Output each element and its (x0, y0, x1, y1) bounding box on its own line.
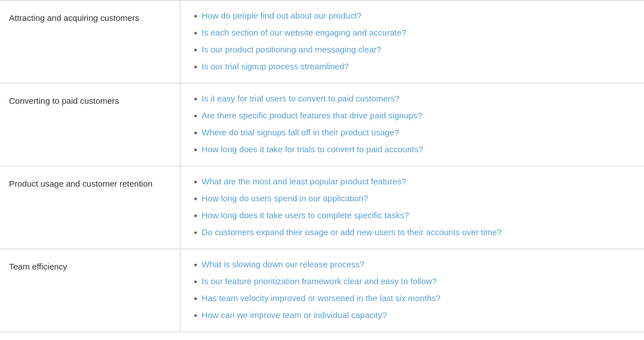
list-item: •Is our product positioning and messagin… (194, 43, 630, 57)
table-row: Attracting and acquiring customers•How d… (0, 0, 644, 83)
list-item: •How long does it take users to complete… (194, 209, 630, 223)
category-cell: Converting to paid customers (0, 83, 180, 166)
bullet-icon: • (194, 275, 197, 289)
question-text: What are the most and least popular prod… (202, 175, 407, 188)
question-text: How do people find out about our product… (202, 10, 362, 23)
bullet-icon: • (194, 175, 197, 189)
question-text: Has team velocity improved or worsened i… (202, 292, 441, 305)
question-text: How can we improve team or individual ca… (202, 309, 387, 322)
question-text: Where do trial signups fall off in their… (202, 126, 399, 139)
list-item: •How do people find out about our produc… (194, 10, 630, 23)
bullet-icon: • (194, 292, 197, 306)
questions-list: •What is slowing down our release proces… (194, 258, 630, 323)
questions-list: •What are the most and least popular pro… (194, 175, 630, 240)
bullet-icon: • (194, 192, 197, 206)
category-cell: Attracting and acquiring customers (0, 1, 180, 83)
question-text: Do customers expand their usage or add n… (202, 226, 502, 239)
question-text: What is slowing down our release process… (202, 258, 364, 271)
list-item: •Where do trial signups fall off in thei… (194, 126, 630, 140)
question-text: Is our product positioning and messaging… (202, 43, 382, 56)
questions-cell: •Is it easy for trial users to convert t… (180, 83, 644, 166)
bullet-icon: • (194, 43, 197, 57)
list-item: •How long do users spend in our applicat… (194, 192, 630, 206)
question-text: Are there specific product features that… (202, 109, 422, 122)
question-text: Is each section of our website engaging … (202, 27, 407, 39)
table-row: Converting to paid customers•Is it easy … (0, 83, 644, 166)
bullet-icon: • (194, 10, 197, 23)
list-item: •Are there specific product features tha… (194, 109, 630, 123)
bullet-icon: • (194, 109, 197, 123)
question-text: Is our trial signup process streamlined? (202, 60, 349, 73)
list-item: •Has team velocity improved or worsened … (194, 292, 630, 306)
bullet-icon: • (194, 209, 197, 223)
list-item: •How long does it take for trials to con… (194, 143, 630, 157)
list-item: •Do customers expand their usage or add … (194, 226, 630, 240)
questions-list: •How do people find out about our produc… (194, 10, 630, 74)
bullet-icon: • (194, 27, 197, 40)
list-item: •Is our trial signup process streamlined… (194, 60, 630, 74)
list-item: •Is our feature prioritization framework… (194, 275, 630, 289)
list-item: •What are the most and least popular pro… (194, 175, 630, 189)
bullet-icon: • (194, 143, 197, 157)
question-text: How long does it take for trials to conv… (202, 143, 424, 156)
category-cell: Product usage and customer retention (0, 166, 180, 249)
category-cell: Team efficiency (0, 249, 180, 332)
table-row: Product usage and customer retention•Wha… (0, 166, 644, 249)
list-item: •Is each section of our website engaging… (194, 27, 630, 40)
question-text: Is it easy for trial users to convert to… (202, 92, 400, 105)
question-text: Is our feature prioritization framework … (202, 275, 437, 288)
bullet-icon: • (194, 60, 197, 74)
question-text: How long does it take users to complete … (202, 209, 409, 222)
bullet-icon: • (194, 226, 197, 240)
questions-list: •Is it easy for trial users to convert t… (194, 92, 630, 157)
list-item: •How can we improve team or individual c… (194, 309, 630, 323)
bullet-icon: • (194, 126, 197, 140)
bullet-icon: • (194, 92, 197, 106)
bullet-icon: • (194, 258, 197, 272)
questions-cell: •What is slowing down our release proces… (180, 249, 644, 332)
list-item: •Is it easy for trial users to convert t… (194, 92, 630, 106)
table-container: Attracting and acquiring customers•How d… (0, 0, 644, 332)
question-text: How long do users spend in our applicati… (202, 192, 368, 205)
questions-cell: •How do people find out about our produc… (180, 1, 644, 83)
bullet-icon: • (194, 309, 197, 323)
table-row: Team efficiency•What is slowing down our… (0, 249, 644, 332)
list-item: •What is slowing down our release proces… (194, 258, 630, 272)
questions-cell: •What are the most and least popular pro… (180, 166, 644, 249)
